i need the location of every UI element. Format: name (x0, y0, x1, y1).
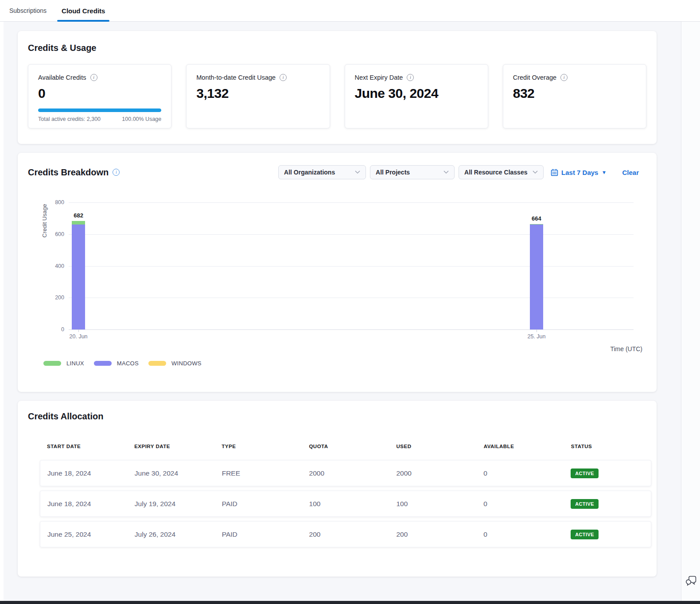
chart-plot: Credit Usage Time (UTC) 0200400600800682… (69, 202, 634, 329)
col-expiry-date: EXPIRY DATE (127, 444, 214, 449)
col-status: STATUS (564, 444, 651, 449)
resource-classes-dropdown[interactable]: All Resource Classes (459, 165, 544, 179)
chart-gridline (69, 202, 634, 203)
next-expiry-card: Next Expiry Date i June 30, 2024 (345, 64, 488, 128)
stacked-bar-25-jun[interactable]: 664 (530, 224, 543, 329)
x-axis-tick-mark (537, 329, 537, 332)
available-credits-value: 0 (38, 86, 161, 101)
cloud-credits-page: Subscriptions Cloud Credits Credits & Us… (0, 0, 700, 604)
cell-available: 0 (476, 500, 564, 508)
status-badge: ACTIVE (571, 499, 599, 509)
credits-allocation-panel: Credits Allocation START DATE EXPIRY DAT… (18, 401, 657, 577)
credits-progress-fill (38, 108, 161, 112)
col-type: TYPE (214, 444, 302, 449)
organizations-dropdown[interactable]: All Organizations (278, 165, 366, 179)
credit-overage-card: Credit Overage i 832 (503, 64, 646, 128)
available-credits-label: Available Credits (38, 74, 86, 81)
calendar-icon (551, 169, 558, 176)
cell-available: 0 (476, 530, 564, 538)
cell-used: 200 (389, 530, 476, 538)
col-used: USED (389, 444, 477, 449)
chart-y-axis-title: Credit Usage (41, 190, 48, 252)
credit-overage-value: 832 (513, 86, 636, 101)
cell-quota: 200 (302, 530, 389, 538)
legend-item-linux[interactable]: LINUX (43, 360, 84, 367)
available-credits-card: Available Credits i 0 Total active credi… (28, 64, 171, 128)
credits-allocation-title: Credits Allocation (18, 401, 657, 422)
chevron-down-icon (533, 170, 538, 174)
cell-start-date: June 18, 2024 (40, 500, 128, 508)
breakdown-filters: All Organizations All Projects All Resou… (278, 165, 639, 179)
mtd-usage-label: Month-to-date Credit Usage (196, 74, 276, 81)
active-tab-underline (57, 20, 109, 22)
cell-used: 2000 (389, 469, 476, 477)
x-axis-tick-label: 25. Jun (527, 333, 545, 340)
macos-swatch (94, 361, 112, 366)
y-axis-tick-label: 400 (55, 263, 64, 269)
usage-percent-note: 100.00% Usage (122, 116, 161, 122)
legend-item-macos[interactable]: MACOS (94, 360, 139, 367)
allocation-table-header: START DATE EXPIRY DATE TYPE QUOTA USED A… (40, 444, 651, 449)
date-range-value: Last 7 Days (561, 169, 598, 176)
cell-quota: 100 (302, 500, 389, 508)
chart-gridline (69, 329, 634, 330)
table-row: June 18, 2024 June 30, 2024 FREE 2000 20… (40, 460, 651, 486)
projects-dropdown-value: All Projects (376, 169, 410, 176)
bar-segment-macos (72, 225, 85, 329)
legend-item-windows[interactable]: WINDOWS (148, 360, 202, 367)
cell-available: 0 (476, 469, 564, 477)
info-icon[interactable]: i (113, 169, 120, 176)
info-icon[interactable]: i (280, 74, 287, 81)
col-quota: QUOTA (302, 444, 389, 449)
chart-gridline (69, 298, 634, 298)
feedback-chat-icon[interactable] (685, 575, 697, 588)
chart-legend: LINUX MACOS WINDOWS (43, 360, 202, 367)
cell-start-date: June 18, 2024 (40, 469, 128, 477)
date-range-picker[interactable]: Last 7 Days ▾ (551, 169, 605, 176)
next-expiry-value: June 30, 2024 (355, 86, 478, 101)
clear-filters-button[interactable]: Clear (622, 169, 639, 176)
tab-subscriptions[interactable]: Subscriptions (9, 7, 47, 14)
info-icon[interactable]: i (90, 74, 97, 81)
credits-progress-bar (38, 108, 161, 112)
total-active-credits-note: Total active credits: 2,300 (38, 116, 101, 122)
window-bottom-edge (0, 601, 700, 604)
cell-start-date: June 25, 2024 (40, 530, 128, 538)
cell-quota: 2000 (302, 469, 389, 477)
col-start-date: START DATE (40, 444, 127, 449)
credits-usage-title: Credits & Usage (18, 31, 657, 53)
metric-cards-row: Available Credits i 0 Total active credi… (18, 64, 657, 128)
linux-swatch (43, 361, 61, 366)
projects-dropdown[interactable]: All Projects (370, 165, 455, 179)
windows-swatch (148, 361, 166, 366)
table-row: June 25, 2024 July 26, 2024 PAID 200 200… (40, 521, 651, 547)
cell-used: 100 (389, 500, 476, 508)
mtd-usage-value: 3,132 (196, 86, 319, 101)
credits-usage-panel: Credits & Usage Available Credits i 0 To… (18, 31, 657, 144)
chart-gridline (69, 266, 634, 267)
chart-x-axis-title: Time (UTC) (610, 345, 642, 352)
bar-total-label: 664 (530, 215, 543, 222)
x-axis-tick-label: 20. Jun (70, 333, 88, 340)
legend-macos-label: MACOS (117, 360, 139, 367)
y-axis-tick-label: 200 (55, 294, 64, 301)
scrollbar-gutter (681, 21, 700, 601)
cell-expiry-date: June 30, 2024 (128, 469, 215, 477)
tab-bar: Subscriptions Cloud Credits (0, 0, 700, 22)
cell-type: PAID (215, 500, 302, 508)
tab-cloud-credits[interactable]: Cloud Credits (57, 0, 109, 21)
caret-down-icon: ▾ (603, 169, 605, 175)
tab-cloud-credits-label: Cloud Credits (62, 7, 105, 15)
cell-type: FREE (215, 469, 302, 477)
credits-breakdown-panel: Credits Breakdown i All Organizations Al… (18, 153, 657, 392)
allocation-table: START DATE EXPIRY DATE TYPE QUOTA USED A… (40, 444, 651, 547)
info-icon[interactable]: i (407, 74, 414, 81)
info-icon[interactable]: i (560, 74, 568, 81)
resource-classes-dropdown-value: All Resource Classes (464, 169, 527, 176)
bar-total-label: 682 (72, 212, 85, 219)
cell-expiry-date: July 19, 2024 (128, 500, 215, 508)
stacked-bar-20-jun[interactable]: 682 (72, 221, 85, 329)
y-axis-tick-label: 0 (61, 326, 64, 333)
cell-expiry-date: July 26, 2024 (128, 530, 215, 538)
credit-overage-label: Credit Overage (513, 74, 556, 81)
